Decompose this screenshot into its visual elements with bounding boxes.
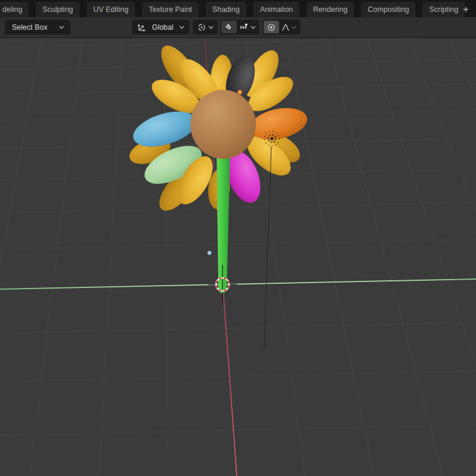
select-mode-dropdown[interactable]: Select Box [5,20,70,35]
flower-object[interactable] [126,40,310,293]
tab-label: Texture Paint [149,5,192,14]
chevron-down-icon [179,26,184,29]
proportional-editing-toggle[interactable] [264,21,279,33]
tab-label: Animation [260,5,293,14]
tab-animation[interactable]: Animation [253,2,300,17]
tab-label: Scripting [429,5,458,14]
tab-uv-editing[interactable]: UV Editing [87,2,135,17]
tab-label: Sculpting [42,5,73,14]
workspace-tabs: delingSculptingUV EditingTexture PaintSh… [0,2,472,17]
tab-texture-paint[interactable]: Texture Paint [142,2,199,17]
tab-shading[interactable]: Shading [206,2,246,17]
chevron-down-icon [208,26,214,29]
object-origin-dot [237,90,242,95]
topbar: delingSculptingUV EditingTexture PaintSh… [0,0,476,17]
tab-label: deling [2,5,22,14]
proportional-editing-group [262,20,300,35]
viewport-header: Select Box Global [0,17,476,38]
small-sphere-object[interactable] [208,251,211,255]
tab-sculpting[interactable]: Sculpting [36,2,79,17]
smooth-falloff-icon[interactable] [281,23,290,32]
green-axis-line [0,279,476,289]
proportional-editing-icon [267,23,276,32]
snap-increments-icon[interactable] [239,23,249,32]
tab-rendering[interactable]: Rendering [306,2,354,17]
transform-orientation-label: Global [152,23,173,32]
3d-cursor [208,265,237,303]
chevron-down-icon[interactable] [292,26,297,29]
transform-orientation-dropdown[interactable]: Global [132,20,189,35]
flower-center-sphere[interactable] [190,90,256,159]
tab-compositing[interactable]: Compositing [361,2,415,17]
pivot-point-dropdown[interactable] [193,20,218,35]
tab-label: Compositing [368,5,409,14]
tab-label: Rendering [313,5,347,14]
chevron-down-icon [59,26,64,29]
orientation-axes-icon [137,23,146,32]
tab-label: UV Editing [93,5,129,14]
pivot-point-icon [197,23,206,32]
snapping-group [220,20,259,35]
magnet-icon [224,23,234,32]
tab-deling[interactable]: deling [0,2,29,17]
add-workspace-button[interactable]: + [458,2,474,17]
tab-label: Shading [212,5,240,14]
flower-stem[interactable] [217,150,230,293]
viewport-scene[interactable] [0,38,476,476]
snap-toggle-button[interactable] [221,21,237,33]
select-mode-label: Select Box [12,23,48,32]
3d-viewport[interactable] [0,38,476,476]
chevron-down-icon[interactable] [250,26,256,29]
